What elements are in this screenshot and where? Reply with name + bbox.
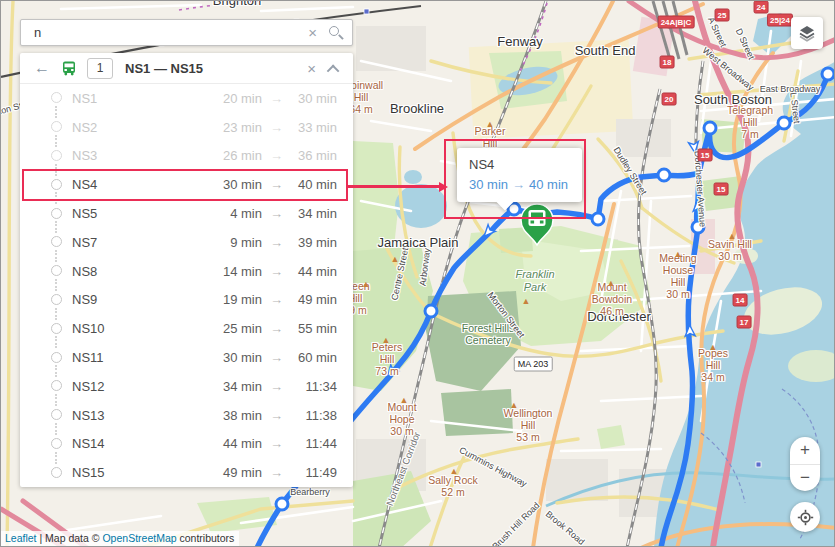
route-panel-header: ← 1 NS1 — NS15 ×: [20, 53, 353, 84]
stop-depart-time: 20 min: [202, 91, 262, 106]
stop-name: NS13: [72, 408, 202, 423]
search-bar[interactable]: n ×: [20, 19, 353, 46]
popup-times: 30 min→40 min: [469, 177, 568, 192]
back-button[interactable]: ←: [34, 60, 50, 76]
stop-circle-icon: [51, 179, 62, 190]
stop-depart-time: 30 min: [202, 177, 262, 192]
attribution-separator: |: [37, 532, 46, 544]
stop-arrive-time: 34 min: [291, 206, 337, 221]
stop-circle-icon: [51, 265, 62, 276]
stop-row[interactable]: NS12 34 min → 11:34: [20, 372, 353, 401]
attribution-suffix: contributors: [177, 532, 235, 544]
stop-name: NS14: [72, 436, 202, 451]
search-input[interactable]: n: [21, 25, 299, 40]
stops-list: NS1 20 min → 30 min NS2 23 min → 33 min: [20, 84, 353, 487]
stop-row[interactable]: NS10 25 min → 55 min: [20, 314, 353, 343]
arrow-right-icon: →: [270, 465, 283, 480]
stop-arrive-time: 11:38: [291, 408, 337, 423]
popup-stop-name: NS4: [469, 157, 568, 172]
stop-arrive-time: 44 min: [291, 264, 337, 279]
stop-depart-time: 34 min: [202, 379, 262, 394]
stop-row[interactable]: NS9 19 min → 49 min: [20, 286, 353, 315]
stop-name: NS4: [72, 177, 202, 192]
stop-name: NS10: [72, 321, 202, 336]
close-route-icon[interactable]: ×: [299, 61, 324, 76]
stop-row[interactable]: NS15 49 min → 11:49: [20, 458, 353, 487]
stop-row[interactable]: NS11 30 min → 60 min: [20, 343, 353, 372]
layers-control[interactable]: [791, 17, 823, 49]
arrow-right-icon: →: [270, 235, 283, 250]
stop-depart-time: 9 min: [202, 235, 262, 250]
stop-depart-time: 14 min: [202, 264, 262, 279]
stop-arrive-time: 39 min: [291, 235, 337, 250]
locate-button[interactable]: [790, 502, 820, 532]
collapse-chevron-icon[interactable]: [327, 65, 340, 78]
stop-depart-time: 25 min: [202, 321, 262, 336]
zoom-control: + −: [790, 437, 820, 491]
locate-target-icon: [797, 509, 814, 526]
stop-arrive-time: 60 min: [291, 350, 337, 365]
stop-row[interactable]: NS8 14 min → 44 min: [20, 257, 353, 286]
search-clear-icon[interactable]: ×: [299, 25, 326, 40]
stop-row[interactable]: NS14 44 min → 11:44: [20, 430, 353, 459]
stop-row[interactable]: NS7 9 min → 39 min: [20, 228, 353, 257]
attribution-text: Map data ©: [45, 532, 102, 544]
bus-route-icon: [61, 60, 77, 76]
stop-circle-icon: [51, 323, 62, 334]
arrow-right-icon: →: [270, 148, 283, 163]
stop-arrive-time: 11:34: [291, 379, 337, 394]
leaflet-link[interactable]: Leaflet: [5, 532, 37, 544]
route-title: NS1 — NS15: [125, 61, 299, 76]
stop-row[interactable]: NS1 20 min → 30 min: [20, 84, 353, 113]
stop-depart-time: 4 min: [202, 206, 262, 221]
stop-name: NS9: [72, 292, 202, 307]
arrow-right-icon: →: [270, 120, 283, 135]
arrow-right-icon: →: [270, 408, 283, 423]
stop-circle-icon: [51, 92, 62, 103]
stop-row[interactable]: NS13 38 min → 11:38: [20, 401, 353, 430]
stop-name: NS3: [72, 148, 202, 163]
search-icon[interactable]: [326, 24, 344, 42]
map-attribution: Leaflet | Map data © OpenStreetMap contr…: [1, 531, 239, 546]
stop-arrive-time: 49 min: [291, 292, 337, 307]
stop-depart-time: 19 min: [202, 292, 262, 307]
arrow-right-icon: →: [270, 177, 283, 192]
bus-icon: [529, 210, 546, 226]
stop-arrive-time: 30 min: [291, 91, 337, 106]
arrow-right-icon: →: [270, 350, 283, 365]
stop-arrive-time: 11:49: [291, 465, 337, 480]
arrow-right-icon: →: [270, 91, 283, 106]
stop-name: NS11: [72, 350, 202, 365]
stop-name: NS12: [72, 379, 202, 394]
stop-circle-icon: [51, 438, 62, 449]
stop-row[interactable]: NS3 26 min → 36 min: [20, 142, 353, 171]
stop-depart-time: 49 min: [202, 465, 262, 480]
stop-name: NS8: [72, 264, 202, 279]
stop-circle-icon: [51, 294, 62, 305]
stop-arrive-time: 40 min: [291, 177, 337, 192]
stop-name: NS15: [72, 465, 202, 480]
arrow-right-icon: →: [270, 292, 283, 307]
openstreetmap-link[interactable]: OpenStreetMap: [102, 532, 176, 544]
stop-row[interactable]: NS4 30 min → 40 min: [20, 170, 353, 199]
stop-name: NS2: [72, 120, 202, 135]
popup-arrive-time: 40 min: [529, 177, 568, 192]
arrow-right-icon: →: [270, 436, 283, 451]
arrow-right-icon: →: [270, 206, 283, 221]
popup-depart-time: 30 min: [469, 177, 508, 192]
stop-depart-time: 44 min: [202, 436, 262, 451]
stop-popup: NS4 30 min→40 min: [457, 148, 582, 202]
zoom-in-button[interactable]: +: [790, 437, 820, 464]
stop-depart-time: 23 min: [202, 120, 262, 135]
layers-icon: [798, 24, 816, 42]
route-panel: ← 1 NS1 — NS15 ×: [20, 53, 353, 487]
arrow-right-icon: →: [270, 379, 283, 394]
stop-depart-time: 26 min: [202, 148, 262, 163]
stop-circle-icon: [51, 150, 62, 161]
stop-circle-icon: [51, 409, 62, 420]
stop-row[interactable]: NS5 4 min → 34 min: [20, 199, 353, 228]
zoom-out-button[interactable]: −: [790, 464, 820, 492]
arrow-right-icon: →: [270, 321, 283, 336]
stop-row[interactable]: NS2 23 min → 33 min: [20, 113, 353, 142]
arrow-right-icon: →: [270, 264, 283, 279]
